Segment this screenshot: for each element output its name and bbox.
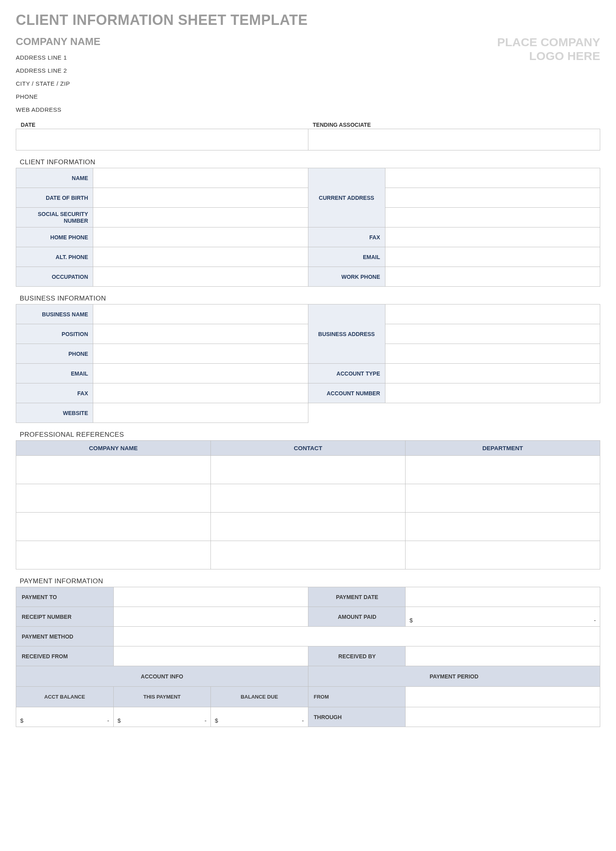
- label-business-name: BUSINESS NAME: [16, 304, 93, 324]
- input-ssn[interactable]: [93, 208, 308, 227]
- page-title: CLIENT INFORMATION SHEET TEMPLATE: [16, 12, 600, 28]
- label-current-address: CURRENT ADDRESS: [308, 168, 385, 227]
- input-biz-email[interactable]: [93, 364, 308, 383]
- business-info-table: BUSINESS NAME BUSINESS ADDRESS POSITION …: [16, 304, 600, 423]
- input-dob[interactable]: [93, 188, 308, 208]
- label-through: THROUGH: [308, 707, 406, 727]
- date-label: DATE: [16, 122, 308, 129]
- label-payment-to: PAYMENT TO: [16, 587, 114, 607]
- input-balance-due[interactable]: $-: [211, 707, 308, 727]
- input-position[interactable]: [93, 324, 308, 344]
- label-biz-phone: PHONE: [16, 344, 93, 364]
- input-biz-phone[interactable]: [93, 344, 308, 364]
- label-payment-date: PAYMENT DATE: [308, 587, 406, 607]
- logo-line-1: PLACE COMPANY: [497, 36, 600, 49]
- refs-col-company: COMPANY NAME: [16, 441, 211, 456]
- ref-dept-4[interactable]: [406, 541, 600, 569]
- web-line: WEB ADDRESS: [16, 103, 100, 116]
- input-email[interactable]: [385, 247, 600, 267]
- payment-info-table: PAYMENT TO PAYMENT DATE RECEIPT NUMBER A…: [16, 587, 600, 727]
- ref-contact-4[interactable]: [211, 541, 406, 569]
- input-alt-phone[interactable]: [93, 247, 308, 267]
- label-position: POSITION: [16, 324, 93, 344]
- label-amount-paid: AMOUNT PAID: [308, 607, 406, 627]
- label-this-payment: THIS PAYMENT: [113, 687, 211, 707]
- logo-placeholder: PLACE COMPANY LOGO HERE: [497, 36, 600, 63]
- label-email: EMAIL: [308, 247, 385, 267]
- company-name: COMPANY NAME: [16, 36, 100, 48]
- city-state-zip: CITY / STATE / ZIP: [16, 77, 100, 90]
- ref-company-1[interactable]: [16, 456, 211, 484]
- input-payment-date[interactable]: [406, 587, 600, 607]
- label-dob: DATE OF BIRTH: [16, 188, 93, 208]
- label-name: NAME: [16, 168, 93, 188]
- input-received-by[interactable]: [406, 646, 600, 666]
- input-account-type[interactable]: [385, 364, 600, 383]
- input-work-phone[interactable]: [385, 267, 600, 287]
- client-info-table: NAME CURRENT ADDRESS DATE OF BIRTH SOCIA…: [16, 168, 600, 287]
- label-payment-method: PAYMENT METHOD: [16, 627, 114, 646]
- address-line-2: ADDRESS LINE 2: [16, 64, 100, 77]
- input-payment-method[interactable]: [113, 627, 600, 646]
- ref-contact-2[interactable]: [211, 484, 406, 513]
- input-business-address-2[interactable]: [385, 324, 600, 344]
- date-input[interactable]: [16, 129, 308, 150]
- ref-dept-3[interactable]: [406, 513, 600, 541]
- label-biz-fax: FAX: [16, 383, 93, 403]
- input-receipt-number[interactable]: [113, 607, 308, 627]
- label-biz-email: EMAIL: [16, 364, 93, 383]
- input-occupation[interactable]: [93, 267, 308, 287]
- label-website: WEBSITE: [16, 403, 93, 423]
- input-payment-to[interactable]: [113, 587, 308, 607]
- label-business-address: BUSINESS ADDRESS: [308, 304, 385, 364]
- tending-associate-label: TENDING ASSOCIATE: [308, 122, 600, 129]
- input-this-payment[interactable]: $-: [113, 707, 211, 727]
- input-name[interactable]: [93, 168, 308, 188]
- label-ssn: SOCIAL SECURITYNUMBER: [16, 208, 93, 227]
- tending-associate-input[interactable]: [308, 129, 600, 150]
- refs-col-department: DEPARTMENT: [406, 441, 600, 456]
- label-account-type: ACCOUNT TYPE: [308, 364, 385, 383]
- section-prof-refs: PROFESSIONAL REFERENCES: [20, 431, 600, 439]
- label-home-phone: HOME PHONE: [16, 227, 93, 247]
- label-received-from: RECEIVED FROM: [16, 646, 114, 666]
- phone-line: PHONE: [16, 90, 100, 103]
- ref-company-4[interactable]: [16, 541, 211, 569]
- input-account-number[interactable]: [385, 383, 600, 403]
- label-received-by: RECEIVED BY: [308, 646, 406, 666]
- section-client-info: CLIENT INFORMATION: [20, 158, 600, 166]
- refs-col-contact: CONTACT: [211, 441, 406, 456]
- label-acct-balance: ACCT BALANCE: [16, 687, 114, 707]
- input-from[interactable]: [406, 687, 600, 707]
- section-payment-info: PAYMENT INFORMATION: [20, 577, 600, 585]
- input-received-from[interactable]: [113, 646, 308, 666]
- label-fax: FAX: [308, 227, 385, 247]
- input-biz-fax[interactable]: [93, 383, 308, 403]
- address-line-1: ADDRESS LINE 1: [16, 51, 100, 64]
- ref-dept-2[interactable]: [406, 484, 600, 513]
- input-current-address-3[interactable]: [385, 208, 600, 227]
- input-website[interactable]: [93, 403, 308, 423]
- ref-company-3[interactable]: [16, 513, 211, 541]
- label-balance-due: BALANCE DUE: [211, 687, 308, 707]
- input-fax[interactable]: [385, 227, 600, 247]
- ref-contact-3[interactable]: [211, 513, 406, 541]
- logo-line-2: LOGO HERE: [497, 49, 600, 63]
- input-home-phone[interactable]: [93, 227, 308, 247]
- header-account-info: ACCOUNT INFO: [16, 666, 308, 687]
- input-amount-paid[interactable]: $ -: [406, 607, 600, 627]
- input-business-address-1[interactable]: [385, 304, 600, 324]
- ref-company-2[interactable]: [16, 484, 211, 513]
- input-business-name[interactable]: [93, 304, 308, 324]
- input-current-address-2[interactable]: [385, 188, 600, 208]
- input-business-address-3[interactable]: [385, 344, 600, 364]
- company-block: COMPANY NAME ADDRESS LINE 1 ADDRESS LINE…: [16, 36, 100, 116]
- label-from: FROM: [308, 687, 406, 707]
- input-current-address-1[interactable]: [385, 168, 600, 188]
- label-occupation: OCCUPATION: [16, 267, 93, 287]
- ref-dept-1[interactable]: [406, 456, 600, 484]
- label-account-number: ACCOUNT NUMBER: [308, 383, 385, 403]
- input-through[interactable]: [406, 707, 600, 727]
- input-acct-balance[interactable]: $-: [16, 707, 114, 727]
- ref-contact-1[interactable]: [211, 456, 406, 484]
